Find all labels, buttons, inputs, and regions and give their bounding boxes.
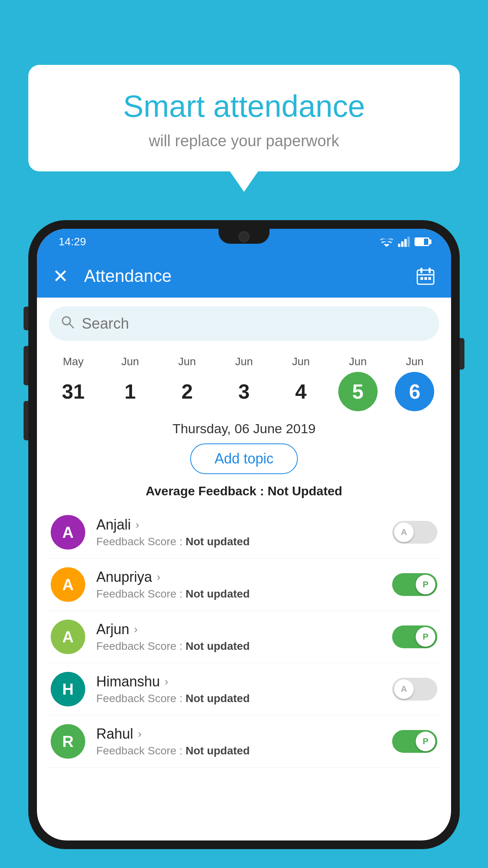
student-info: Himanshu ›Feedback Score : Not updated	[96, 673, 392, 705]
search-bar[interactable]	[49, 306, 439, 341]
attendance-toggle[interactable]: A	[392, 678, 437, 701]
avg-feedback-value: Not Updated	[268, 484, 342, 498]
feedback-value: Not updated	[185, 535, 250, 548]
phone-outer: 14:29	[28, 220, 460, 849]
speech-bubble-container: Smart attendance will replace your paper…	[28, 65, 460, 171]
student-info: Anjali ›Feedback Score : Not updated	[96, 517, 392, 548]
student-chevron: ›	[157, 571, 160, 583]
student-name: Anjali ›	[96, 517, 392, 533]
student-name: Arjun ›	[96, 621, 392, 638]
student-chevron: ›	[136, 519, 139, 531]
feedback-value: Not updated	[185, 588, 250, 600]
avg-feedback-label: Average Feedback :	[146, 484, 268, 498]
student-avatar: H	[51, 672, 85, 706]
student-row[interactable]: AAnjali ›Feedback Score : Not updatedA	[47, 506, 441, 559]
svg-rect-2	[404, 239, 407, 247]
student-feedback: Feedback Score : Not updated	[96, 535, 392, 548]
calendar-day[interactable]: Jun6	[389, 355, 440, 411]
toggle-knob: P	[416, 575, 435, 594]
cal-date-number[interactable]: 1	[110, 372, 150, 411]
student-feedback: Feedback Score : Not updated	[96, 745, 392, 757]
toggle-track: P	[392, 625, 437, 648]
attendance-toggle[interactable]: A	[392, 521, 437, 544]
svg-rect-3	[407, 237, 410, 247]
student-row[interactable]: RRahul ›Feedback Score : Not updatedP	[47, 715, 441, 768]
cal-date-number[interactable]: 3	[224, 372, 264, 411]
attendance-toggle[interactable]: P	[392, 625, 437, 648]
cal-month-label: Jun	[292, 355, 310, 368]
svg-line-12	[69, 324, 73, 328]
signal-icon	[398, 237, 410, 247]
calendar-day[interactable]: Jun5	[332, 355, 383, 411]
toggle-knob: A	[394, 522, 414, 542]
svg-rect-9	[424, 277, 427, 280]
phone-mute-button	[24, 307, 28, 330]
student-row[interactable]: HHimanshu ›Feedback Score : Not updatedA	[47, 663, 441, 715]
student-avatar: A	[51, 515, 85, 550]
toggle-knob: P	[416, 627, 435, 647]
cal-date-number[interactable]: 31	[53, 372, 93, 411]
feedback-value: Not updated	[185, 692, 250, 704]
svg-rect-1	[401, 241, 404, 247]
bubble-title: Smart attendance	[48, 88, 440, 124]
attendance-toggle[interactable]: P	[392, 573, 437, 596]
add-topic-button[interactable]: Add topic	[190, 443, 298, 474]
speech-bubble: Smart attendance will replace your paper…	[28, 65, 460, 171]
cal-month-label: Jun	[349, 355, 367, 368]
bubble-subtitle: will replace your paperwork	[48, 132, 440, 150]
calendar-day[interactable]: Jun1	[105, 355, 156, 411]
app-bar: ✕ Attendance	[37, 254, 451, 298]
student-info: Arjun ›Feedback Score : Not updated	[96, 621, 392, 653]
student-info: Anupriya ›Feedback Score : Not updated	[96, 569, 392, 600]
attendance-toggle[interactable]: P	[392, 730, 437, 753]
cal-date-number[interactable]: 4	[281, 372, 321, 411]
phone-volume-down-button	[24, 401, 28, 440]
phone-power-button	[460, 338, 464, 370]
svg-rect-6	[429, 268, 431, 273]
phone-screen: 14:29	[37, 229, 451, 840]
toggle-track: P	[392, 730, 437, 753]
feedback-value: Not updated	[185, 640, 250, 652]
student-name: Himanshu ›	[96, 673, 392, 690]
student-feedback: Feedback Score : Not updated	[96, 588, 392, 600]
toggle-track: P	[392, 573, 437, 596]
calendar-day[interactable]: Jun3	[218, 355, 270, 411]
toggle-knob: A	[394, 679, 414, 699]
cal-month-label: Jun	[406, 355, 424, 368]
app-bar-title: Attendance	[84, 266, 416, 286]
student-chevron: ›	[134, 623, 138, 636]
calendar-day[interactable]: Jun2	[161, 355, 213, 411]
cal-month-label: Jun	[178, 355, 196, 368]
search-input[interactable]	[82, 315, 427, 332]
student-chevron: ›	[165, 675, 168, 688]
student-avatar: A	[51, 567, 85, 602]
calendar-icon[interactable]	[416, 266, 435, 286]
toggle-track: A	[392, 678, 437, 701]
calendar-day[interactable]: May31	[48, 355, 99, 411]
status-time: 14:29	[59, 235, 86, 248]
cal-date-number[interactable]: 5	[338, 372, 378, 411]
student-row[interactable]: AAnupriya ›Feedback Score : Not updatedP	[47, 559, 441, 611]
cal-month-label: Jun	[121, 355, 139, 368]
calendar-day[interactable]: Jun4	[275, 355, 327, 411]
student-feedback: Feedback Score : Not updated	[96, 692, 392, 705]
calendar-strip: May31Jun1Jun2Jun3Jun4Jun5Jun6	[37, 349, 451, 415]
student-info: Rahul ›Feedback Score : Not updated	[96, 726, 392, 757]
student-chevron: ›	[138, 728, 141, 740]
close-button[interactable]: ✕	[53, 265, 68, 287]
cal-month-label: May	[63, 355, 84, 368]
feedback-value: Not updated	[185, 745, 250, 757]
svg-rect-5	[420, 268, 422, 273]
student-row[interactable]: AArjun ›Feedback Score : Not updatedP	[47, 611, 441, 663]
svg-rect-10	[428, 277, 431, 280]
cal-date-number[interactable]: 2	[167, 372, 207, 411]
phone-volume-up-button	[24, 346, 28, 385]
student-list: AAnjali ›Feedback Score : Not updatedAAA…	[37, 506, 451, 768]
avg-feedback: Average Feedback : Not Updated	[37, 484, 451, 498]
cal-date-number[interactable]: 6	[395, 372, 434, 411]
svg-rect-8	[420, 277, 423, 280]
student-avatar: R	[51, 724, 85, 759]
toggle-track: A	[392, 521, 437, 544]
cal-month-label: Jun	[235, 355, 253, 368]
toggle-knob: P	[416, 732, 435, 751]
